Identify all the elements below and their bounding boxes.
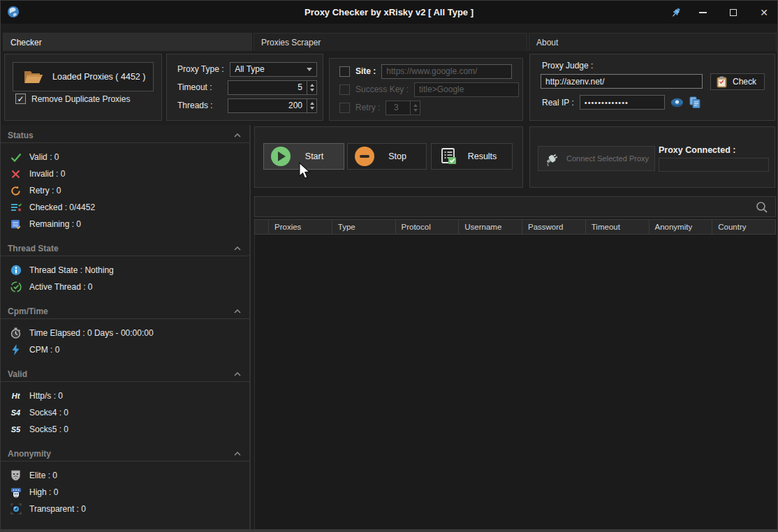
load-proxies-label: Loaded Proxies ( 4452 ) <box>52 72 145 82</box>
search-bar[interactable] <box>254 196 776 217</box>
connect-selected-proxy-label: Connect Selected Proxy <box>566 154 649 163</box>
spin-down-icon[interactable] <box>310 89 314 91</box>
active-thread-count: Active Thread : 0 <box>29 282 93 292</box>
lightning-icon <box>10 344 22 356</box>
transparent-eye-icon <box>10 503 22 515</box>
search-icon[interactable] <box>756 201 768 216</box>
chevron-up-icon <box>234 452 241 456</box>
section-header-anonymity[interactable]: Anonymity <box>1 446 249 461</box>
status-checked-item: Checked : 0/4452 <box>1 199 249 216</box>
socks5-item: S5 Socks5 : 0 <box>1 421 249 438</box>
proxy-table-body[interactable] <box>254 235 776 529</box>
maximize-button[interactable] <box>719 1 748 24</box>
info-icon <box>10 265 22 276</box>
minimize-button[interactable] <box>688 1 717 24</box>
status-valid-item: Valid : 0 <box>1 149 249 165</box>
spin-down-icon[interactable] <box>310 107 314 110</box>
socks5-count: Socks5 : 0 <box>29 424 68 434</box>
socks5-icon: S5 <box>10 424 22 436</box>
app-window: Proxy Checker by xRisky v2 [ All Type ] … <box>0 0 778 532</box>
https-count: Http/s : 0 <box>29 391 63 401</box>
threads-label: Threads : <box>177 101 228 110</box>
load-proxies-button[interactable]: Loaded Proxies ( 4452 ) <box>13 62 154 91</box>
loader-panel: Loaded Proxies ( 4452 ) ✓ Remove Duplica… <box>4 54 162 121</box>
anonymity-section-title: Anonymity <box>8 449 51 459</box>
elite-count: Elite : 0 <box>29 471 57 480</box>
eye-icon <box>670 98 684 108</box>
site-input[interactable] <box>381 64 512 79</box>
active-thread-item: Active Thread : 0 <box>1 279 249 295</box>
retry-spin-buttons[interactable] <box>411 101 420 115</box>
column-anonymity[interactable]: Anonymity <box>649 220 713 234</box>
high-count: High : 0 <box>29 487 58 497</box>
proxy-type-value: All Type <box>235 64 264 74</box>
remaining-count: Remaining : 0 <box>29 219 81 229</box>
section-header-cpm-time[interactable]: Cpm/Time <box>1 304 249 319</box>
threads-spin-buttons[interactable] <box>307 98 317 113</box>
remove-duplicates-checkbox[interactable]: ✓ <box>15 94 26 104</box>
check-judge-button[interactable]: Check <box>710 73 765 90</box>
spin-up-icon[interactable] <box>413 104 418 107</box>
column-type[interactable]: Type <box>332 220 396 234</box>
cpm-value: CPM : 0 <box>29 345 59 355</box>
section-header-valid[interactable]: Valid <box>1 367 249 382</box>
play-icon <box>271 147 291 166</box>
close-button[interactable]: ✕ <box>749 1 778 24</box>
results-list-icon <box>439 147 458 166</box>
settings-panel: Proxy Type : All Type Timeout : Threads … <box>166 54 323 121</box>
site-checkbox[interactable] <box>339 66 350 77</box>
site-label: Site : <box>355 66 376 76</box>
thread-state-value: Thread State : Nothing <box>29 265 114 275</box>
copy-real-ip-button[interactable] <box>689 96 700 108</box>
timeout-label: Timeout : <box>177 82 228 92</box>
transparent-count: Transparent : 0 <box>29 504 86 514</box>
column-protocol[interactable]: Protocol <box>396 220 460 234</box>
timeout-spin-buttons[interactable] <box>307 80 317 95</box>
cpm-section-title: Cpm/Time <box>8 306 48 316</box>
spin-up-icon[interactable] <box>310 84 314 87</box>
connect-selected-proxy-button[interactable]: Connect Selected Proxy <box>538 146 655 171</box>
column-proxies[interactable]: Proxies <box>269 220 332 234</box>
chevron-up-icon <box>234 372 241 376</box>
copy-icon <box>689 96 700 108</box>
title-bar[interactable]: Proxy Checker by xRisky v2 [ All Type ] … <box>1 1 777 24</box>
tab-about[interactable]: About <box>529 33 777 51</box>
timeout-stepper[interactable] <box>228 80 307 95</box>
column-username[interactable]: Username <box>459 220 522 234</box>
section-header-thread-state[interactable]: Thread State <box>1 241 249 256</box>
success-key-input[interactable] <box>414 82 519 97</box>
invalid-count: Invalid : 0 <box>29 169 65 179</box>
proxy-connected-field[interactable] <box>659 158 769 172</box>
valid-count: Valid : 0 <box>29 152 59 162</box>
success-key-checkbox[interactable] <box>339 84 350 95</box>
column-timeout[interactable]: Timeout <box>586 220 649 234</box>
spin-up-icon[interactable] <box>310 102 314 105</box>
proxy-connected-label: Proxy Connected : <box>659 145 735 155</box>
threads-stepper[interactable] <box>228 98 307 113</box>
column-password[interactable]: Password <box>522 220 586 234</box>
remove-duplicates-row[interactable]: ✓ Remove Duplicate Proxies <box>15 94 130 104</box>
tab-checker[interactable]: Checker <box>3 33 252 51</box>
real-ip-field[interactable] <box>580 95 665 110</box>
show-real-ip-button[interactable] <box>670 98 684 108</box>
results-button[interactable]: Results <box>431 143 513 170</box>
tab-proxies-scraper[interactable]: Proxies Scraper <box>254 33 527 51</box>
elite-item: Elite : 0 <box>1 467 249 484</box>
status-invalid-item: Invalid : 0 <box>1 165 249 182</box>
section-header-status[interactable]: Status <box>1 128 249 143</box>
retry-checkbox[interactable] <box>339 103 350 113</box>
high-spy-icon <box>10 487 22 498</box>
retry-count: Retry : 0 <box>29 186 61 195</box>
high-item: High : 0 <box>1 484 249 501</box>
proxy-type-dropdown[interactable]: All Type <box>230 62 317 77</box>
start-button[interactable]: Start <box>263 143 344 170</box>
proxy-judge-input[interactable] <box>541 74 703 89</box>
stop-button[interactable]: Stop <box>347 143 427 170</box>
retry-stepper[interactable] <box>386 101 411 115</box>
spin-down-icon[interactable] <box>413 109 418 112</box>
column-country[interactable]: Country <box>712 220 775 234</box>
folder-icon <box>23 68 44 85</box>
pin-icon[interactable] <box>661 1 691 24</box>
active-thread-icon <box>10 281 22 293</box>
time-elapsed-item: Time Elapsed : 0 Days - 00:00:00 <box>1 325 249 341</box>
